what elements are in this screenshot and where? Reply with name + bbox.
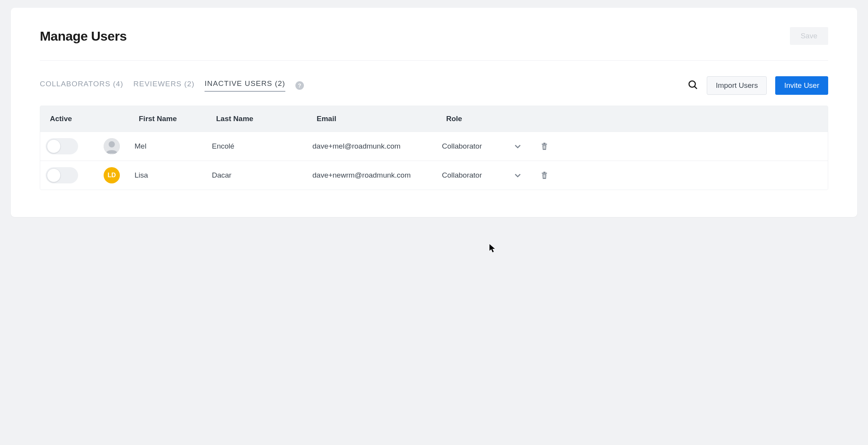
- table-row: Mel Encolé dave+mel@roadmunk.com Collabo…: [40, 132, 828, 161]
- avatar: LD: [104, 167, 120, 183]
- svg-point-3: [109, 141, 115, 147]
- tab-count: 4: [116, 80, 121, 88]
- chevron-down-icon[interactable]: [513, 171, 541, 180]
- cell-email: dave+mel@roadmunk.com: [312, 142, 442, 151]
- cell-last-name: Encolé: [212, 142, 312, 151]
- svg-rect-11: [544, 175, 544, 178]
- avatar: [104, 138, 120, 154]
- svg-rect-8: [545, 145, 545, 149]
- header-row: Manage Users Save: [40, 27, 828, 61]
- tab-label: COLLABORATORS: [40, 80, 111, 88]
- svg-rect-7: [544, 145, 544, 149]
- cell-first-name: Mel: [135, 142, 212, 151]
- tab-reviewers[interactable]: REVIEWERS (2): [133, 80, 194, 91]
- users-table: Active First Name Last Name Email Role: [40, 106, 828, 190]
- trash-icon[interactable]: [541, 171, 564, 180]
- cell-first-name: Lisa: [135, 171, 212, 180]
- tab-count: 2: [187, 80, 192, 88]
- svg-rect-9: [542, 173, 547, 174]
- svg-rect-6: [544, 145, 544, 149]
- svg-rect-10: [544, 172, 546, 173]
- cell-role: Collaborator: [442, 142, 513, 151]
- cell-last-name: Dacar: [212, 171, 312, 180]
- tab-collaborators[interactable]: COLLABORATORS (4): [40, 80, 123, 91]
- table-header: Active First Name Last Name Email Role: [40, 106, 828, 132]
- svg-rect-12: [544, 175, 544, 178]
- import-users-button[interactable]: Import Users: [707, 76, 767, 95]
- active-toggle[interactable]: [46, 138, 78, 154]
- help-icon[interactable]: ?: [295, 81, 304, 90]
- actions: Import Users Invite User: [687, 76, 828, 95]
- tab-label: REVIEWERS: [133, 80, 182, 88]
- controls-row: COLLABORATORS (4) REVIEWERS (2) INACTIVE…: [40, 76, 828, 95]
- search-icon[interactable]: [687, 79, 698, 92]
- save-button[interactable]: Save: [790, 27, 828, 45]
- manage-users-card: Manage Users Save COLLABORATORS (4) REVI…: [11, 8, 857, 217]
- col-active: Active: [50, 115, 108, 123]
- toggle-knob: [47, 139, 61, 153]
- chevron-down-icon[interactable]: [513, 142, 541, 151]
- svg-rect-13: [545, 175, 545, 178]
- cell-email: dave+newrm@roadmunk.com: [312, 171, 442, 180]
- tab-label: INACTIVE USERS: [205, 79, 272, 87]
- tabs: COLLABORATORS (4) REVIEWERS (2) INACTIVE…: [40, 79, 304, 92]
- svg-rect-5: [544, 143, 546, 144]
- col-email: Email: [317, 115, 446, 123]
- tab-inactive-users[interactable]: INACTIVE USERS (2): [205, 79, 285, 92]
- invite-user-button[interactable]: Invite User: [775, 76, 828, 95]
- tab-count: 2: [278, 79, 282, 87]
- table-row: LD Lisa Dacar dave+newrm@roadmunk.com Co…: [40, 161, 828, 190]
- svg-line-1: [695, 86, 697, 89]
- trash-icon[interactable]: [541, 142, 564, 151]
- cell-role: Collaborator: [442, 171, 513, 180]
- active-toggle[interactable]: [46, 167, 78, 183]
- col-last-name: Last Name: [216, 115, 317, 123]
- page-title: Manage Users: [40, 29, 127, 44]
- toggle-knob: [47, 168, 61, 182]
- col-role: Role: [446, 115, 518, 123]
- svg-rect-4: [542, 144, 547, 145]
- col-first-name: First Name: [139, 115, 216, 123]
- avatar-initials: LD: [107, 172, 116, 179]
- svg-point-0: [689, 81, 696, 87]
